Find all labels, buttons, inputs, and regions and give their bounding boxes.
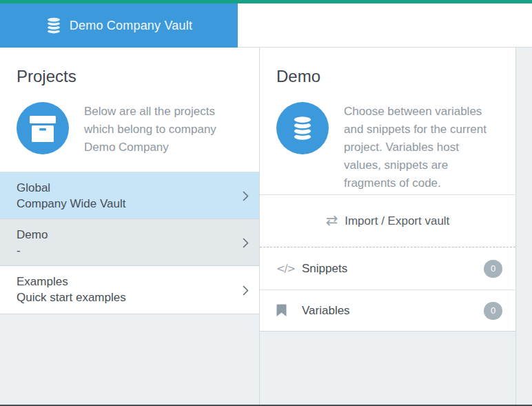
projects-title: Projects: [17, 65, 243, 88]
project-subtitle: Quick start examples: [17, 290, 232, 305]
project-name: Demo: [17, 227, 232, 243]
snippets-row[interactable]: </> Snippets 0: [260, 247, 515, 290]
project-detail-panel: Demo Choose between variables and snippe…: [260, 48, 516, 406]
chevron-right-icon: [243, 238, 249, 251]
archive-box-icon: [17, 102, 69, 154]
variables-row[interactable]: Variables 0: [260, 290, 515, 332]
detail-title: Demo: [276, 65, 499, 88]
project-subtitle: Company Wide Vault: [17, 196, 232, 212]
code-icon: </>: [276, 263, 297, 275]
database-icon: [276, 102, 329, 154]
top-accent-strip: [0, 0, 532, 3]
project-name: Examples: [17, 274, 232, 290]
import-export-button[interactable]: ⇄ Import / Export vault: [260, 195, 515, 247]
chevron-right-icon: [243, 285, 249, 298]
projects-description: Below are all the projects which belong …: [84, 103, 243, 156]
vault-tab-label: Demo Company Vault: [70, 19, 192, 33]
detail-description: Choose between variables and snippets fo…: [344, 103, 499, 192]
database-icon: [45, 17, 62, 34]
project-row-examples[interactable]: Examples Quick start examples: [0, 266, 259, 314]
detail-panel-header: Demo Choose between variables and snippe…: [260, 48, 515, 195]
swap-arrows-icon: ⇄: [326, 214, 338, 228]
snippets-count-badge: 0: [484, 260, 502, 278]
chevron-right-icon: [243, 191, 249, 204]
variables-count-badge: 0: [484, 302, 502, 320]
bookmark-icon: [276, 304, 297, 317]
variables-label: Variables: [302, 304, 484, 318]
snippets-label: Snippets: [302, 262, 484, 276]
import-export-label: Import / Export vault: [345, 214, 449, 228]
project-subtitle: -: [17, 243, 232, 258]
header-bar: Demo Company Vault: [0, 3, 532, 48]
vault-tab[interactable]: Demo Company Vault: [0, 3, 238, 48]
project-row-global[interactable]: Global Company Wide Vault: [0, 172, 259, 219]
projects-panel-header: Projects Below are all the projects whic…: [0, 48, 259, 172]
projects-panel: Projects Below are all the projects whic…: [0, 48, 260, 406]
project-name: Global: [17, 180, 232, 196]
project-row-demo[interactable]: Demo -: [0, 219, 259, 266]
